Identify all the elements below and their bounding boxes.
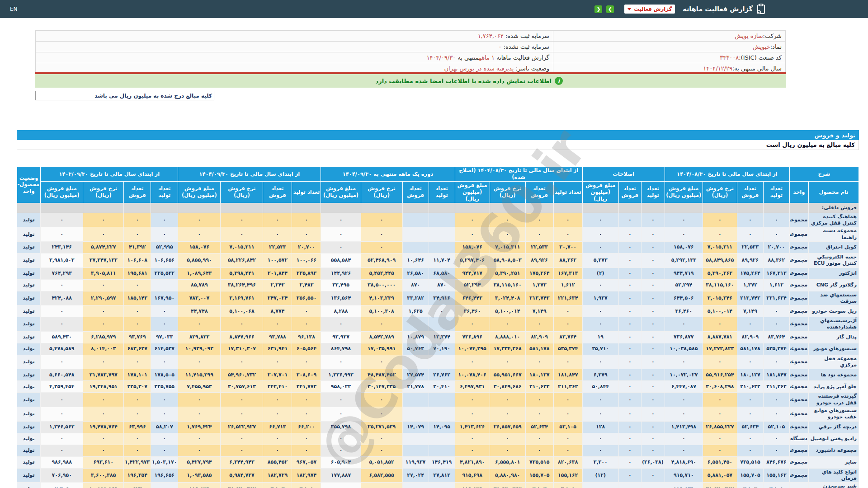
value-cell: ۵۲,۴۶۸,۹۰۹	[361, 253, 402, 268]
status-cell: تولید	[17, 393, 41, 407]
value-cell: ۰	[582, 305, 618, 317]
value-cell: ۰	[455, 433, 490, 445]
value-cell: ۱۹,۳۴۸,۹۵۱	[83, 381, 124, 393]
table-row: سنسورهاي موانع عقب خودرومجموعه۰۰۰۰۰۰۰۰۰۰…	[17, 407, 859, 421]
value-cell: ۲۶,۸۵۵,۲۲۷	[703, 421, 737, 433]
value-cell: ۰	[553, 445, 582, 456]
product-name-cell: پدال گاز	[808, 331, 859, 343]
value-cell: ۱۶۷,۳۱۳	[763, 267, 789, 279]
value-cell: ۳,۱۰۳	[263, 483, 292, 488]
value-cell	[402, 213, 429, 227]
value-cell: ۰	[582, 213, 618, 227]
value-cell: ۵۰,۷۶۳	[402, 343, 429, 355]
value-cell: ۸,۸۸۷,۷۸۱	[703, 331, 737, 343]
value-cell: ۴۲۴,۰۸۸	[41, 291, 83, 305]
value-cell: ۱۰۰,۵۷۲	[263, 253, 292, 268]
value-cell: ۰	[263, 213, 292, 227]
value-cell: ۱۸۲,۷۲۹	[263, 468, 292, 483]
section-row-cell	[17, 203, 41, 213]
value-cell: ۲۰,۷۰۰	[292, 242, 321, 253]
value-cell: ۲۱۰,۶۳۲	[737, 381, 763, 393]
next-report-button[interactable]: ❯	[606, 5, 614, 13]
company-info-row: کد صنعت (ISIC): ۳۴۳۰۰۸گزارش فعالیت ماهان…	[36, 52, 785, 63]
value-cell: ۷,۰۱۵,۳۱۱	[221, 242, 263, 253]
value-cell: ۰	[292, 317, 321, 332]
value-cell: ۰	[124, 317, 151, 332]
value-cell: ۰	[618, 242, 641, 253]
value-cell: ۶,۵۸۲,۵۵۵	[361, 468, 402, 483]
value-cell: ۵,۴۷۸,۵۸۹	[41, 343, 83, 355]
value-cell: ۱۲۸	[582, 421, 618, 433]
value-cell: ۳,۶۰۰,۳۸۵	[83, 468, 124, 483]
value-cell: ۶۷۳	[124, 483, 151, 488]
unit-cell: مجموعه	[789, 213, 808, 227]
section-row-cell	[361, 203, 402, 213]
prev-report-button[interactable]: ❮	[594, 5, 602, 13]
value-cell: ۰	[553, 305, 582, 317]
info-label: گزارش فعالیت ماهانه	[495, 54, 549, 61]
value-cell: ۰	[292, 213, 321, 227]
value-cell: ۰	[41, 433, 83, 445]
report-type-dropdown[interactable]: گزارش فعالیت	[624, 5, 675, 14]
value-cell: ۰	[641, 393, 665, 407]
value-cell: ۰	[124, 355, 151, 369]
value-cell: ۲۰۱,۸۴۴	[263, 267, 292, 279]
value-cell: ۱,۰۹۳,۵۸۵	[178, 468, 221, 483]
value-cell: ۹۶,۱۳۸	[292, 331, 321, 343]
value-cell: ۰	[618, 407, 641, 421]
value-cell: ۰	[221, 227, 263, 242]
value-cell	[402, 355, 429, 369]
value-cell: ۱,۶۲۵	[402, 305, 429, 317]
status-cell: تولید	[17, 279, 41, 291]
value-cell: ۰	[292, 433, 321, 445]
value-cell: ۳۸,۱۱۵,۱۶۰	[703, 279, 737, 291]
value-cell: ۹۱۵,۷۱۰	[665, 468, 703, 483]
value-cell: ۰	[429, 305, 455, 317]
value-cell: ۳,۱۰۳	[525, 483, 553, 488]
value-cell: ۰	[582, 483, 618, 488]
info-label: نماد:	[770, 43, 782, 50]
value-cell: ۵,۱۰۰,۰۶۸	[221, 305, 263, 317]
value-cell: ۰	[178, 433, 221, 445]
value-cell: ۴,۸۱۸,۶۹۰	[665, 456, 703, 468]
value-cell: ۱۱۹,۹۳۷	[402, 456, 429, 468]
value-cell: ۰	[490, 393, 525, 407]
table-row: هماهنگ کننده کنترل قفل مرکزيمجموعه۰۰۰۰۰۰…	[17, 213, 859, 227]
table-row: مجموعه دسته راهنمامجموعه۰۰۰۰۰۰۰۰۰۰۰۰۰۰۰۰…	[17, 227, 859, 242]
language-toggle[interactable]: EN	[10, 6, 18, 12]
value-cell: ۶۱۴,۵۳۷	[151, 343, 178, 355]
section-row-cell	[665, 203, 703, 213]
info-value: پذیرفته شده در بورس تهران	[444, 65, 514, 72]
table-row: جلو آمپر پژو پرایدمجموعه۲۱۱,۳۶۲۲۱۰,۶۳۲۳۰…	[17, 381, 859, 393]
value-cell: ۰	[41, 393, 83, 407]
value-cell: ۰	[763, 317, 789, 332]
value-cell: ۳۸,۶۲۰,۳۶۷	[703, 483, 737, 488]
value-cell: ۹۱۵,۶۹۸	[455, 468, 490, 483]
value-cell: ۱۲,۳۷۴	[429, 331, 455, 343]
value-cell: ۶۴۴,۵۰۶	[665, 291, 703, 305]
unit-cell: مجموعه	[789, 369, 808, 381]
value-cell: ۰	[361, 227, 402, 242]
column-header: مبلغ فروش (میلیون ریال)	[321, 182, 361, 203]
company-info-table: شرکت: سازه پویشسرمایه ثبت شده: ۱,۷۶۴,۰۶۲…	[35, 30, 786, 74]
value-cell: ۵۸,۹۰۸,۵۰۳	[490, 253, 525, 268]
value-cell: ۰	[292, 305, 321, 317]
value-cell: ۳۰,۱۴۷,۳۳۵	[361, 381, 402, 393]
value-cell: ۰	[321, 317, 361, 332]
value-cell: ۰	[553, 355, 582, 369]
value-cell: ۰	[703, 393, 737, 407]
section-row-cell	[429, 203, 455, 213]
value-cell: ۲,۴۸۲	[292, 279, 321, 291]
value-cell: ۹۵۸,۰۲۲	[321, 381, 361, 393]
table-row: مجموعه نود هامجموعه۱۸۱,۸۴۷۱۸۰,۱۲۷۵۵,۹۱۶,…	[17, 369, 859, 381]
value-cell: ۵,۲۹۷,۴۰۶	[455, 253, 490, 268]
value-cell: ۰	[618, 213, 641, 227]
value-cell: ۱۵۸,۰۷۶	[665, 242, 703, 253]
value-cell: ۳۶,۴۶۰	[455, 305, 490, 317]
value-cell: ۰	[41, 355, 83, 369]
value-cell: ۰	[525, 227, 553, 242]
value-cell: ۲۲,۵۳۳	[525, 242, 553, 253]
product-name-cell: سنسورهاي موانع عقب خودرو	[808, 407, 859, 421]
value-cell: ۸۳,۷۶۴	[763, 331, 789, 343]
unit-cell: مجموعه	[789, 253, 808, 268]
